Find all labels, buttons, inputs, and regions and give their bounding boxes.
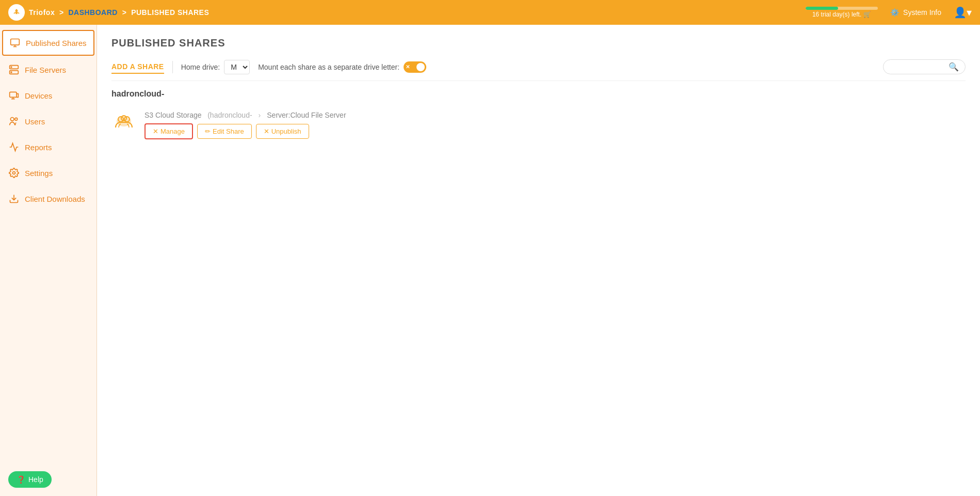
- main-content: PUBLISHED SHARES ADD A SHARE Home drive:…: [97, 25, 980, 496]
- mount-toggle-group: Mount each share as a separate drive let…: [258, 61, 426, 73]
- share-name-row: S3 Cloud Storage (hadroncloud- › Server:…: [144, 111, 966, 119]
- mount-label: Mount each share as a separate drive let…: [258, 63, 399, 71]
- triofox-logo: [8, 4, 25, 21]
- help-icon: ❓: [17, 475, 25, 484]
- sidebar-item-settings[interactable]: Settings: [0, 160, 97, 186]
- breadcrumb: Triofox > DASHBOARD > PUBLISHED SHARES: [29, 8, 209, 17]
- sidebar-item-devices[interactable]: Devices: [0, 83, 97, 108]
- toggle-knob: [416, 63, 425, 71]
- share-groups-container: hadroncloud-: [111, 89, 966, 146]
- published-shares-icon: [9, 37, 21, 49]
- sidebar-item-users[interactable]: Users: [0, 108, 97, 134]
- help-button[interactable]: ❓ Help: [8, 471, 52, 488]
- dashboard-link[interactable]: DASHBOARD: [68, 8, 118, 17]
- trial-progress-bar: [806, 7, 878, 10]
- cart-icon[interactable]: 🛒: [863, 11, 871, 18]
- share-details: S3 Cloud Storage (hadroncloud- › Server:…: [144, 111, 966, 139]
- svg-point-5: [11, 72, 12, 73]
- search-box: 🔍: [883, 59, 966, 74]
- share-group: hadroncloud-: [111, 89, 966, 146]
- devices-icon: [8, 90, 20, 101]
- share-server: Server:Cloud File Server: [267, 111, 346, 119]
- toolbar-divider: [172, 61, 173, 73]
- home-drive-group: Home drive: M N O P: [181, 60, 250, 74]
- trial-progress-fill: [806, 7, 838, 10]
- sidebar-item-published-shares[interactable]: Published Shares: [2, 30, 94, 56]
- manage-icon: ✕: [153, 127, 158, 135]
- navbar-right: 16 trial day(s) left. 🛒 ⚙️ System Info 👤…: [806, 6, 972, 19]
- share-name: S3 Cloud Storage (hadroncloud-: [144, 111, 252, 119]
- sidebar-item-reports[interactable]: Reports: [0, 134, 97, 160]
- mount-toggle[interactable]: ✕: [404, 61, 426, 73]
- app-body: Published Shares File Servers: [0, 25, 980, 496]
- unpublish-button[interactable]: ✕ Unpublish: [256, 124, 309, 139]
- settings-icon: [8, 167, 20, 179]
- share-item: S3 Cloud Storage (hadroncloud- › Server:…: [111, 105, 966, 146]
- svg-rect-6: [10, 92, 17, 97]
- svg-point-9: [13, 172, 15, 174]
- unpublish-icon: ✕: [264, 127, 269, 135]
- navbar-left: Triofox > DASHBOARD > PUBLISHED SHARES: [8, 4, 209, 21]
- trial-info: 16 trial day(s) left. 🛒: [806, 7, 878, 18]
- toggle-x-icon: ✕: [406, 64, 410, 70]
- trial-text: 16 trial day(s) left. 🛒: [812, 11, 871, 18]
- sidebar-bottom: ❓ Help: [0, 463, 97, 496]
- svg-point-8: [15, 118, 18, 120]
- page-title: PUBLISHED SHARES: [111, 37, 966, 49]
- gear-icon: ⚙️: [890, 8, 899, 17]
- edit-share-button[interactable]: ✏ Edit Share: [197, 124, 252, 139]
- user-avatar-button[interactable]: 👤▾: [954, 6, 972, 19]
- reports-icon: [8, 141, 20, 153]
- search-icon: 🔍: [949, 62, 959, 72]
- share-group-title: hadroncloud-: [111, 89, 966, 99]
- manage-button[interactable]: ✕ Manage: [144, 123, 193, 139]
- navbar: Triofox > DASHBOARD > PUBLISHED SHARES 1…: [0, 0, 980, 25]
- toolbar: ADD A SHARE Home drive: M N O P Mount ea…: [111, 59, 966, 81]
- server-separator: ›: [259, 111, 261, 119]
- home-drive-label: Home drive:: [181, 63, 220, 71]
- share-actions: ✕ Manage ✏ Edit Share ✕ Unpublish: [144, 123, 966, 139]
- home-drive-select[interactable]: M N O P: [224, 60, 250, 74]
- add-share-button[interactable]: ADD A SHARE: [111, 60, 164, 74]
- svg-rect-1: [11, 39, 20, 45]
- file-servers-icon: [8, 64, 20, 75]
- client-downloads-icon: [8, 193, 20, 204]
- search-input[interactable]: [890, 63, 945, 71]
- svg-point-7: [10, 118, 14, 121]
- sidebar-item-client-downloads[interactable]: Client Downloads: [0, 186, 97, 212]
- sidebar-item-file-servers[interactable]: File Servers: [0, 57, 97, 83]
- share-cloud-icon: [111, 111, 136, 136]
- system-info-button[interactable]: ⚙️ System Info: [890, 8, 941, 17]
- users-icon: [8, 116, 20, 127]
- sidebar: Published Shares File Servers: [0, 25, 97, 496]
- svg-point-4: [11, 67, 12, 68]
- edit-icon: ✏: [205, 127, 211, 135]
